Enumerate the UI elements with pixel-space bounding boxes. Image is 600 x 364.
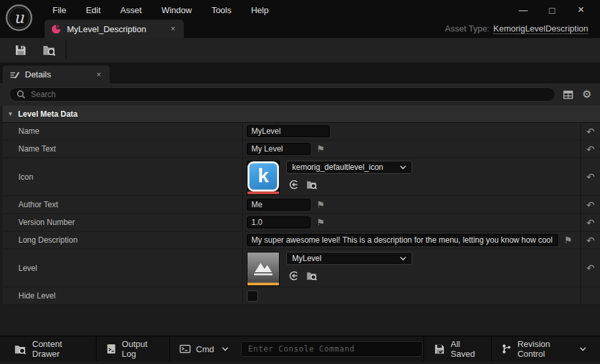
folder-search-icon <box>14 343 27 355</box>
field-label-version-number: Version Number <box>18 218 75 227</box>
all-saved-status[interactable]: All Saved <box>425 336 491 361</box>
statusbar-separator <box>96 336 96 361</box>
menu-bar: File Edit Asset Window Tools Help <box>45 3 276 18</box>
reset-to-default-button[interactable]: ↶ <box>586 218 595 228</box>
content-drawer-button[interactable]: Content Drawer <box>5 336 95 361</box>
reset-to-default-button[interactable]: ↶ <box>586 200 595 210</box>
name-input[interactable] <box>247 125 330 137</box>
details-search-row: ⚙ <box>0 83 600 106</box>
use-selected-asset-button[interactable] <box>288 270 299 281</box>
row-icon: Icon k kemorig_defaultlevel_icon <box>3 158 600 196</box>
version-number-input[interactable] <box>247 216 311 228</box>
localization-flag-icon[interactable]: ⚑ <box>316 218 325 227</box>
reset-to-default-button[interactable]: ↶ <box>586 144 595 154</box>
section-level-meta-data[interactable]: ▾ Level Meta Data <box>3 106 600 123</box>
reset-to-default-button[interactable]: ↶ <box>586 263 595 273</box>
statusbar-separator <box>491 336 492 361</box>
details-tab[interactable]: Details × <box>3 66 110 83</box>
panel-empty-space <box>0 305 600 336</box>
reset-to-default-button[interactable]: ↶ <box>586 172 595 182</box>
menu-tools[interactable]: Tools <box>204 3 239 18</box>
icon-asset-dropdown-value: kemorig_defaultlevel_icon <box>292 163 383 172</box>
output-log-button[interactable]: Output Log <box>97 336 169 361</box>
menu-asset[interactable]: Asset <box>112 3 150 18</box>
asset-color-bar <box>247 283 279 285</box>
localization-flag-icon[interactable]: ⚑ <box>564 235 572 245</box>
all-saved-label: All Saved <box>451 339 482 359</box>
browse-to-asset-button[interactable] <box>306 178 318 190</box>
search-input[interactable] <box>31 90 548 99</box>
display-filter-button[interactable] <box>561 88 574 101</box>
long-description-input[interactable] <box>247 234 558 246</box>
name-text-input[interactable] <box>247 143 311 155</box>
author-text-input[interactable] <box>247 199 311 211</box>
asset-color-bar <box>247 192 279 194</box>
toolbar-separator <box>66 41 66 58</box>
close-button[interactable]: × <box>571 2 591 18</box>
level-asset-thumbnail[interactable] <box>247 252 280 286</box>
menu-edit[interactable]: Edit <box>78 3 108 18</box>
console-command-input[interactable] <box>241 341 423 357</box>
unreal-engine-logo-icon: u <box>5 3 33 32</box>
row-hide-level: Hide Level <box>3 287 600 305</box>
doc-tab-mylevel-description[interactable]: MyLevel_Description × <box>45 20 184 38</box>
kemorig-icon-preview: k <box>247 161 279 192</box>
revision-control-dropdown[interactable]: Revision Control <box>492 336 595 361</box>
row-long-description: Long Description ⚑ ↶ <box>3 232 600 249</box>
cmd-dropdown[interactable]: Cmd <box>171 336 237 361</box>
folder-search-icon <box>306 179 318 190</box>
use-selected-asset-button[interactable] <box>288 178 299 190</box>
menu-file[interactable]: File <box>45 3 74 18</box>
details-tab-close-icon[interactable]: × <box>95 70 103 79</box>
status-bar: Content Drawer Output Log Cmd <box>0 336 600 361</box>
cmd-label: Cmd <box>196 344 214 354</box>
search-box[interactable] <box>9 87 555 102</box>
localization-flag-icon[interactable]: ⚑ <box>316 200 325 209</box>
field-label-icon: Icon <box>18 172 33 182</box>
icon-asset-thumbnail[interactable]: k <box>247 161 280 195</box>
field-label-name: Name <box>18 127 39 136</box>
browse-to-asset-button[interactable] <box>306 270 318 281</box>
document-tab-strip: MyLevel_Description × Asset Type: Kemori… <box>0 20 600 38</box>
chevron-down-icon <box>400 165 406 170</box>
terminal-icon <box>179 344 191 354</box>
save-button[interactable] <box>12 41 29 60</box>
row-name-text: Name Text ⚑ ↶ <box>3 140 600 158</box>
statusbar-separator <box>169 336 170 361</box>
level-asset-dropdown[interactable]: MyLevel <box>286 252 412 265</box>
menu-help[interactable]: Help <box>243 3 276 18</box>
revision-control-label: Revision Control <box>517 339 572 359</box>
menu-window[interactable]: Window <box>154 3 200 18</box>
doc-tab-close-icon[interactable]: × <box>169 24 177 33</box>
output-log-label: Output Log <box>122 339 160 359</box>
folder-search-icon <box>306 270 318 281</box>
localization-flag-icon[interactable]: ⚑ <box>316 144 325 153</box>
maximize-button[interactable]: □ <box>542 2 562 18</box>
field-label-hide-level: Hide Level <box>18 291 56 300</box>
hide-level-checkbox[interactable] <box>247 291 258 302</box>
folder-search-icon <box>42 43 56 57</box>
asset-type-label: Asset Type: <box>445 24 490 34</box>
panel-tab-strip: Details × <box>0 64 600 83</box>
section-title: Level Meta Data <box>18 110 78 119</box>
field-label-author-text: Author Text <box>18 200 58 209</box>
asset-type-link[interactable]: KemorigLevelDescription <box>493 24 588 34</box>
details-grid: ▾ Level Meta Data Name ↶ Name Text ⚑ ↶ I… <box>0 106 600 305</box>
browse-to-asset-button[interactable] <box>41 41 58 60</box>
field-label-name-text: Name Text <box>18 144 56 153</box>
asset-type: Asset Type: KemorigLevelDescription <box>445 24 588 34</box>
use-selected-icon <box>288 179 299 190</box>
reset-to-default-button[interactable]: ↶ <box>586 235 595 245</box>
column-grid-icon <box>563 89 574 100</box>
level-preview-icon <box>247 253 279 283</box>
details-settings-button[interactable]: ⚙ <box>580 88 593 101</box>
title-bar: u File Edit Asset Window Tools Help — □ … <box>0 0 600 20</box>
reset-to-default-button[interactable]: ↶ <box>586 127 595 136</box>
branch-icon <box>501 343 512 355</box>
field-label-level: Level <box>18 264 37 273</box>
minimize-button[interactable]: — <box>513 2 533 18</box>
row-version-number: Version Number ⚑ ↶ <box>3 214 600 232</box>
field-label-long-description: Long Description <box>18 235 77 245</box>
statusbar-separator <box>423 336 424 361</box>
icon-asset-dropdown[interactable]: kemorig_defaultlevel_icon <box>286 161 412 174</box>
